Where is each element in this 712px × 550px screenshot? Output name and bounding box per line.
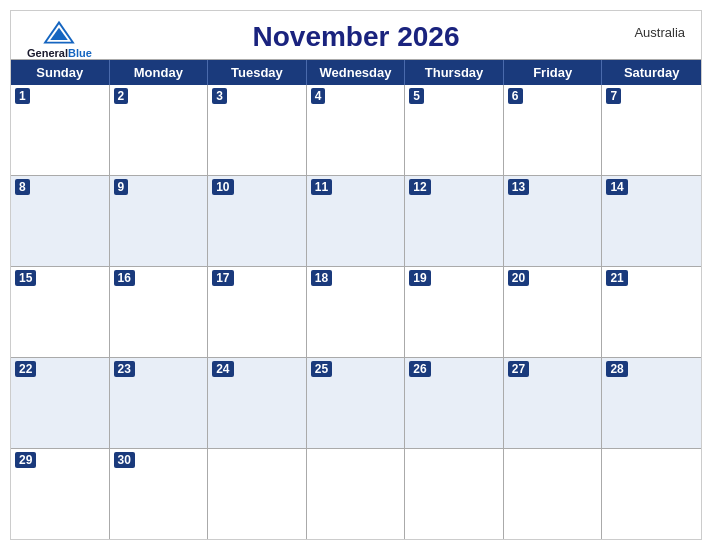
day-number-8: 8 (15, 179, 30, 195)
day-number-24: 24 (212, 361, 233, 377)
day-headers-row: Sunday Monday Tuesday Wednesday Thursday… (11, 60, 701, 85)
day-number-22: 22 (15, 361, 36, 377)
header-sunday: Sunday (11, 60, 110, 85)
day-cell-empty-5 (504, 449, 603, 539)
day-cell-11: 11 (307, 176, 406, 266)
day-number-11: 11 (311, 179, 332, 195)
day-cell-24: 24 (208, 358, 307, 448)
day-number-6: 6 (508, 88, 523, 104)
header-tuesday: Tuesday (208, 60, 307, 85)
day-number-17: 17 (212, 270, 233, 286)
day-number-14: 14 (606, 179, 627, 195)
day-number-15: 15 (15, 270, 36, 286)
day-number-28: 28 (606, 361, 627, 377)
day-cell-22: 22 (11, 358, 110, 448)
day-cell-17: 17 (208, 267, 307, 357)
day-cell-5: 5 (405, 85, 504, 175)
day-number-26: 26 (409, 361, 430, 377)
day-number-16: 16 (114, 270, 135, 286)
day-cell-7: 7 (602, 85, 701, 175)
calendar-grid: Sunday Monday Tuesday Wednesday Thursday… (11, 59, 701, 539)
header-monday: Monday (110, 60, 209, 85)
header-wednesday: Wednesday (307, 60, 406, 85)
day-number-27: 27 (508, 361, 529, 377)
day-number-30: 30 (114, 452, 135, 468)
day-cell-12: 12 (405, 176, 504, 266)
day-cell-10: 10 (208, 176, 307, 266)
weeks-container: 1234567891011121314151617181920212223242… (11, 85, 701, 539)
day-number-13: 13 (508, 179, 529, 195)
day-number-1: 1 (15, 88, 30, 104)
day-number-3: 3 (212, 88, 227, 104)
day-number-21: 21 (606, 270, 627, 286)
day-cell-empty-3 (307, 449, 406, 539)
day-cell-8: 8 (11, 176, 110, 266)
day-number-9: 9 (114, 179, 129, 195)
week-row-3: 15161718192021 (11, 267, 701, 358)
day-cell-18: 18 (307, 267, 406, 357)
day-cell-26: 26 (405, 358, 504, 448)
day-cell-28: 28 (602, 358, 701, 448)
day-cell-1: 1 (11, 85, 110, 175)
day-cell-9: 9 (110, 176, 209, 266)
day-cell-3: 3 (208, 85, 307, 175)
day-cell-4: 4 (307, 85, 406, 175)
day-cell-30: 30 (110, 449, 209, 539)
day-cell-15: 15 (11, 267, 110, 357)
logo-icon (41, 19, 77, 47)
logo: General Blue (27, 19, 92, 59)
calendar: General Blue November 2026 Australia Sun… (10, 10, 702, 540)
day-cell-16: 16 (110, 267, 209, 357)
day-number-7: 7 (606, 88, 621, 104)
calendar-title: November 2026 (252, 21, 459, 53)
day-cell-29: 29 (11, 449, 110, 539)
day-cell-19: 19 (405, 267, 504, 357)
day-cell-27: 27 (504, 358, 603, 448)
day-number-12: 12 (409, 179, 430, 195)
week-row-1: 1234567 (11, 85, 701, 176)
day-number-10: 10 (212, 179, 233, 195)
header-thursday: Thursday (405, 60, 504, 85)
day-number-5: 5 (409, 88, 424, 104)
day-cell-23: 23 (110, 358, 209, 448)
logo-blue-text: Blue (68, 47, 92, 59)
day-cell-14: 14 (602, 176, 701, 266)
country-label: Australia (634, 25, 685, 40)
day-number-2: 2 (114, 88, 129, 104)
day-number-4: 4 (311, 88, 326, 104)
day-cell-empty-4 (405, 449, 504, 539)
logo-general-text: General (27, 47, 68, 59)
day-number-19: 19 (409, 270, 430, 286)
day-number-25: 25 (311, 361, 332, 377)
day-cell-2: 2 (110, 85, 209, 175)
day-cell-21: 21 (602, 267, 701, 357)
day-cell-20: 20 (504, 267, 603, 357)
day-cell-empty-6 (602, 449, 701, 539)
day-number-18: 18 (311, 270, 332, 286)
header-saturday: Saturday (602, 60, 701, 85)
week-row-5: 2930 (11, 449, 701, 539)
day-cell-empty-2 (208, 449, 307, 539)
day-number-20: 20 (508, 270, 529, 286)
calendar-header: General Blue November 2026 Australia (11, 11, 701, 59)
day-number-29: 29 (15, 452, 36, 468)
day-number-23: 23 (114, 361, 135, 377)
week-row-2: 891011121314 (11, 176, 701, 267)
day-cell-6: 6 (504, 85, 603, 175)
week-row-4: 22232425262728 (11, 358, 701, 449)
day-cell-13: 13 (504, 176, 603, 266)
day-cell-25: 25 (307, 358, 406, 448)
header-friday: Friday (504, 60, 603, 85)
